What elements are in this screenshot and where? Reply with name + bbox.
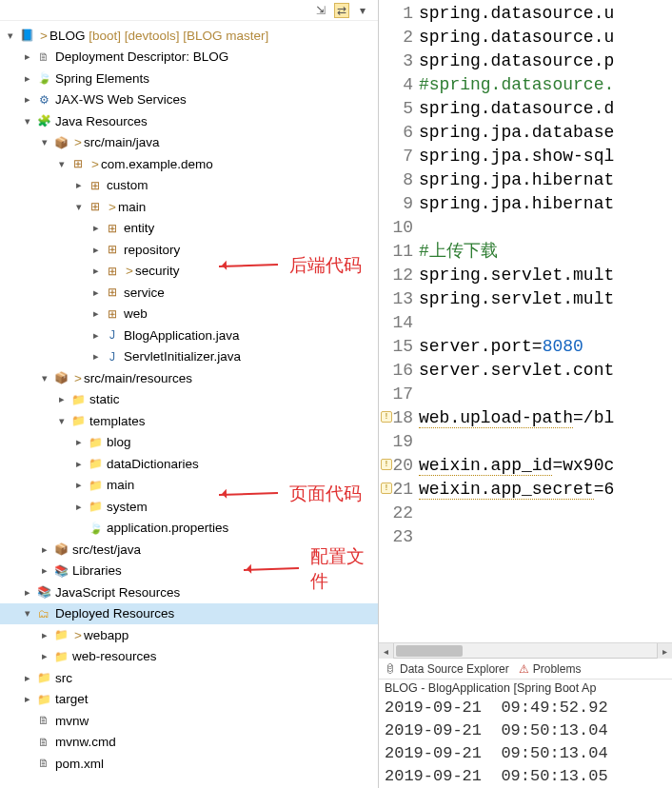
code-line[interactable]: server.port=8080 — [419, 335, 672, 359]
code-line[interactable] — [419, 216, 672, 240]
code-line[interactable]: web.upload-path=/bl — [419, 406, 672, 430]
chevron-right-icon[interactable]: ▸ — [89, 328, 103, 342]
view-menu-icon[interactable]: ▾ — [355, 3, 370, 18]
code-line[interactable]: spring.datasource.d — [419, 97, 672, 121]
chevron-right-icon[interactable]: ▸ — [72, 457, 86, 470]
bottom-tabs[interactable]: 🛢 Data Source Explorer ⚠ Problems — [379, 659, 672, 680]
collapse-all-icon[interactable]: ⇲ — [313, 3, 328, 18]
tree-item-src-test-java[interactable]: ▸ 📦 src/test/java — [0, 539, 378, 561]
scroll-left-icon[interactable]: ◂ — [379, 643, 394, 659]
chevron-right-icon[interactable]: ▸ — [89, 265, 103, 278]
chevron-right-icon[interactable]: ▸ — [72, 479, 86, 492]
tree-item-src[interactable]: ▸ 📁 src — [0, 667, 378, 689]
code-line[interactable]: #spring.datasource. — [419, 73, 672, 97]
code-line[interactable] — [419, 525, 672, 549]
chevron-right-icon[interactable]: ▸ — [89, 243, 103, 256]
tree-item-java-resources[interactable]: ▾ 🧩 Java Resources — [0, 110, 378, 132]
tree-item-mvnw[interactable]: ▸ 🗎 mvnw — [0, 710, 378, 732]
tree-item-pkg-entity[interactable]: ▸ ⊞ entity — [0, 218, 378, 240]
chevron-right-icon[interactable]: ▸ — [38, 564, 51, 578]
tree-item-tpl-blog[interactable]: ▸ 📁 blog — [0, 432, 378, 454]
tab-problems[interactable]: ⚠ Problems — [519, 662, 582, 676]
code-line[interactable]: spring.datasource.u — [419, 2, 672, 26]
code-editor[interactable]: 123456789101112131415161718!1920!21!2223… — [379, 0, 672, 642]
code-line[interactable]: spring.servlet.mult — [419, 264, 672, 287]
tree-item-tpl-system[interactable]: ▸ 📁 system — [0, 496, 378, 518]
tree-item-application-properties[interactable]: ▸ 🍃 application.properties — [0, 518, 378, 540]
chevron-right-icon[interactable]: ▸ — [21, 71, 34, 85]
chevron-right-icon[interactable]: ▸ — [38, 650, 51, 663]
chevron-right-icon[interactable]: ▸ — [89, 222, 103, 235]
chevron-right-icon[interactable]: ▸ — [21, 585, 34, 599]
tree-item-spring-elements[interactable]: ▸ 🍃 Spring Elements — [0, 68, 378, 89]
tree-item-pkg-root[interactable]: ▾ ⊞ > com.example.demo — [0, 153, 378, 175]
tree-item-libraries[interactable]: ▸ 📚 Libraries — [0, 561, 378, 582]
tree-item-jaxws[interactable]: ▸ ⚙ JAX-WS Web Services — [0, 89, 378, 111]
chevron-down-icon[interactable]: ▾ — [38, 371, 51, 384]
tree-item-pkg-repository[interactable]: ▸ ⊞ repository — [0, 239, 378, 261]
tree-item-templates[interactable]: ▾ 📁 templates — [0, 410, 378, 432]
chevron-down-icon[interactable]: ▾ — [21, 114, 34, 128]
project-tree[interactable]: ▾ 📘 > BLOG [boot] [devtools] [BLOG maste… — [0, 21, 378, 784]
tree-item-src-main-java[interactable]: ▾ 📦 > src/main/java — [0, 132, 378, 154]
chevron-down-icon[interactable]: ▾ — [21, 607, 34, 621]
chevron-right-icon[interactable]: ▸ — [21, 93, 34, 107]
tree-item-src-main-resources[interactable]: ▾ 📦 > src/main/resources — [0, 367, 378, 389]
tree-item-pkg-custom[interactable]: ▸ ⊞ custom — [0, 175, 378, 197]
chevron-right-icon[interactable]: ▸ — [72, 179, 86, 192]
tree-item-pkg-service[interactable]: ▸ ⊞ service — [0, 282, 378, 304]
chevron-right-icon[interactable]: ▸ — [72, 436, 86, 449]
tree-item-tpl-datadictionaries[interactable]: ▸ 📁 dataDictionaries — [0, 453, 378, 475]
scroll-right-icon[interactable]: ▸ — [657, 643, 672, 659]
tree-item-webapp[interactable]: ▸ 📁 > webapp — [0, 624, 378, 646]
tree-item-pom-xml[interactable]: ▸ 🗎 pom.xml — [0, 753, 378, 775]
link-editor-icon[interactable]: ⇄ — [334, 3, 349, 18]
chevron-down-icon[interactable]: ▾ — [4, 29, 17, 42]
tree-item-web-resources[interactable]: ▸ 📁 web-resources — [0, 646, 378, 668]
tree-item-pkg-web[interactable]: ▸ ⊞ web — [0, 304, 378, 325]
chevron-right-icon[interactable]: ▸ — [55, 393, 69, 406]
code-line[interactable]: spring.datasource.p — [419, 49, 672, 73]
code-line[interactable]: spring.jpa.database — [419, 121, 672, 145]
code-line[interactable]: spring.servlet.mult — [419, 287, 672, 311]
code-line[interactable]: spring.jpa.hibernat — [419, 192, 672, 216]
chevron-down-icon[interactable]: ▾ — [38, 136, 51, 149]
chevron-right-icon[interactable]: ▸ — [21, 693, 34, 706]
chevron-right-icon[interactable]: ▸ — [89, 350, 103, 364]
tree-item-static[interactable]: ▸ 📁 static — [0, 389, 378, 411]
chevron-down-icon[interactable]: ▾ — [55, 414, 69, 427]
tree-project-root[interactable]: ▾ 📘 > BLOG [boot] [devtools] [BLOG maste… — [0, 25, 378, 47]
chevron-right-icon[interactable]: ▸ — [72, 500, 86, 513]
tree-item-tpl-main[interactable]: ▸ 📁 main — [0, 475, 378, 497]
horizontal-scrollbar[interactable]: ◂ ▸ — [379, 642, 672, 658]
code-line[interactable]: weixin.app_secret=6 — [419, 478, 672, 502]
chevron-right-icon[interactable]: ▸ — [21, 50, 34, 64]
tree-item-javascript-resources[interactable]: ▸ 📚 JavaScript Resources — [0, 581, 378, 603]
tree-item-mvnw-cmd[interactable]: ▸ 🗎 mvnw.cmd — [0, 732, 378, 754]
code-line[interactable] — [419, 311, 672, 335]
code-line[interactable]: server.servlet.cont — [419, 359, 672, 383]
code-line[interactable]: weixin.app_id=wx90c — [419, 454, 672, 478]
chevron-down-icon[interactable]: ▾ — [55, 157, 69, 170]
code-line[interactable]: spring.datasource.u — [419, 26, 672, 49]
code-line[interactable]: spring.jpa.hibernat — [419, 168, 672, 192]
tree-item-servletinitializer[interactable]: ▸ J ServletInitializer.java — [0, 346, 378, 368]
chevron-right-icon[interactable]: ▸ — [38, 628, 51, 641]
chevron-right-icon[interactable]: ▸ — [38, 542, 51, 556]
code-line[interactable]: #上传下载 — [419, 240, 672, 264]
editor-code[interactable]: spring.datasource.uspring.datasource.usp… — [419, 0, 672, 642]
code-line[interactable]: spring.jpa.show-sql — [419, 145, 672, 168]
tree-item-blogapplication[interactable]: ▸ J BlogApplication.java — [0, 325, 378, 346]
chevron-right-icon[interactable]: ▸ — [89, 307, 103, 321]
code-line[interactable] — [419, 430, 672, 454]
chevron-right-icon[interactable]: ▸ — [21, 671, 34, 684]
chevron-down-icon[interactable]: ▾ — [72, 200, 86, 213]
tree-item-pkg-security[interactable]: ▸ ⊞ > security — [0, 261, 378, 283]
tab-data-source-explorer[interactable]: 🛢 Data Source Explorer — [385, 662, 509, 676]
tree-item-target[interactable]: ▸ 📁 target — [0, 689, 378, 711]
tree-item-pkg-main[interactable]: ▾ ⊞ > main — [0, 196, 378, 218]
tree-item-deployment-descriptor[interactable]: ▸ 🗎 Deployment Descriptor: BLOG — [0, 47, 378, 69]
chevron-right-icon[interactable]: ▸ — [89, 286, 103, 299]
code-line[interactable] — [419, 502, 672, 525]
code-line[interactable] — [419, 383, 672, 406]
